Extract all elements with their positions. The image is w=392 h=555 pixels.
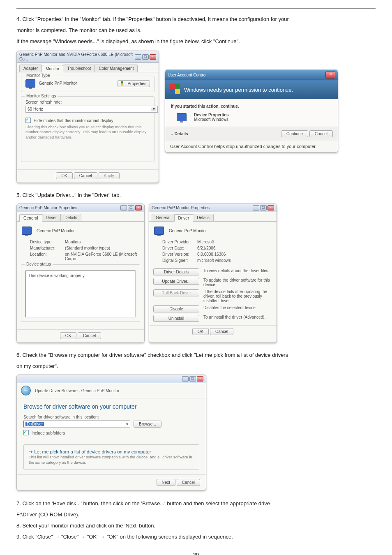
location-value: on NVIDIA GeForce 6600 LE (Microsoft Cor… <box>65 252 138 261</box>
minimize-button[interactable]: _ <box>182 376 189 382</box>
disable-desc: Disables the selected device. <box>203 305 272 310</box>
tab-details[interactable]: Details <box>193 214 214 221</box>
ok-button[interactable]: OK <box>56 172 72 179</box>
minimize-button[interactable]: _ <box>253 205 259 210</box>
minimize-button[interactable]: _ <box>135 54 141 60</box>
digital-signer-label: Digital Signer: <box>162 258 197 263</box>
tab-monitor[interactable]: Monitor <box>42 65 63 72</box>
window-title: Generic PnP Monitor Properties <box>152 206 210 210</box>
device-name: Generic PnP Monitor <box>37 229 75 233</box>
chevron-down-icon[interactable]: ⌄ <box>170 132 173 136</box>
manufacturer-value: (Standard monitor types) <box>65 246 138 250</box>
hide-modes-checkbox[interactable] <box>25 118 31 123</box>
step4-line1: 4. Click "Properties" in the "Monitor" t… <box>16 14 376 24</box>
driver-info: Driver Provider: Microsoft Driver Date: … <box>153 238 272 266</box>
step4-line3: If the message "Windows needs..." is dis… <box>16 37 376 46</box>
tab-details[interactable]: Details <box>60 214 81 221</box>
include-subfolders-checkbox[interactable] <box>23 430 29 435</box>
let-me-pick-title: Let me pick from a list of device driver… <box>34 449 151 454</box>
close-button[interactable]: × <box>267 205 274 210</box>
rollback-driver-button[interactable]: Roll Back Driver <box>153 289 199 296</box>
rollback-driver-desc: If the device fails after updating the d… <box>203 289 272 303</box>
window-title: Generic PnP Monitor and NVIDIA GeForce 6… <box>19 52 135 61</box>
update-driver-wizard: _ ▢ × ← Update Driver Software - Generic… <box>16 375 206 490</box>
step7-line2: F:\Driver (CD-ROM Drive). <box>16 510 376 520</box>
tab-general[interactable]: General <box>152 214 175 221</box>
driver-details-button[interactable]: Driver Details <box>153 268 199 275</box>
tab-troubleshoot[interactable]: Troubleshoot <box>63 65 95 72</box>
uac-footer-text: User Account Control helps stop unauthor… <box>165 141 338 152</box>
step5-text: 5. Click "Update Driver..." in the "Driv… <box>16 190 376 200</box>
tab-driver[interactable]: Driver <box>174 214 194 222</box>
let-me-pick-subtitle: This list will show installed driver sof… <box>29 455 194 465</box>
step7-line1: 7. Click on the 'Have disk...' button, t… <box>16 499 376 509</box>
chevron-down-icon[interactable]: ▾ <box>126 422 128 426</box>
uac-microsoft-windows: Microsoft Windows <box>194 117 229 122</box>
device-status-text: This device is working properly. <box>25 271 136 317</box>
monitor-icon <box>22 227 32 235</box>
driver-version-label: Driver Version: <box>162 252 197 257</box>
close-button[interactable]: × <box>150 54 156 60</box>
monitor-icon <box>25 79 35 88</box>
maximize-button[interactable]: ▢ <box>189 376 196 382</box>
search-location-value: D:\Driver <box>25 422 44 426</box>
minimize-button[interactable]: _ <box>120 205 127 210</box>
shield-icon <box>170 84 180 95</box>
uac-dialog: User Account Control ✕ Windows needs you… <box>165 69 338 153</box>
tab-driver[interactable]: Driver <box>42 214 61 221</box>
tab-strip: Adapter Monitor Troubleshoot Color Manag… <box>17 65 159 72</box>
properties-button[interactable]: Properties <box>118 80 150 87</box>
search-location-label: Search for driver software in this locat… <box>23 415 199 419</box>
ok-button[interactable]: OK <box>60 332 76 339</box>
step4-line2: monitor is completed. The monitor can be… <box>16 25 376 35</box>
continue-button[interactable]: Continue <box>281 130 308 137</box>
hide-modes-label: Hide modes that this monitor cannot disp… <box>34 118 113 123</box>
cancel-button[interactable]: Cancel <box>210 328 233 335</box>
properties-button-label: Properties <box>127 81 146 86</box>
cancel-button[interactable]: Cancel <box>78 332 101 339</box>
tab-adapter[interactable]: Adapter <box>19 65 42 72</box>
maximize-button[interactable]: ▢ <box>128 205 134 210</box>
driver-provider-label: Driver Provider: <box>162 240 197 244</box>
refresh-rate-dropdown[interactable]: 60 Hertz <box>25 106 158 113</box>
monitor-settings-group: Monitor Settings Screen refresh rate: 60… <box>21 96 154 162</box>
uninstall-button[interactable]: Uninstall <box>153 315 199 322</box>
properties-general-window: Generic PnP Monitor Properties _ ▢ × Gen… <box>16 204 145 343</box>
device-info: Device type: Monitors Manufacturer: (Sta… <box>21 238 140 264</box>
back-button[interactable]: ← <box>21 386 31 395</box>
update-driver-desc: To update the driver software for this d… <box>203 278 272 287</box>
uac-banner-text: Windows needs your permission to contion… <box>184 87 293 93</box>
properties-driver-window: Generic PnP Monitor Properties _ ▢ × Gen… <box>149 204 277 343</box>
close-button[interactable]: × <box>135 205 142 210</box>
wizard-breadcrumb: Update Driver Software - Generic PnP Mon… <box>35 388 119 393</box>
update-driver-button[interactable]: Update Driver... <box>153 278 199 285</box>
step8-text: 8. Select your monitor model and click o… <box>16 521 376 531</box>
disable-button[interactable]: Disable <box>153 305 199 312</box>
maximize-button[interactable]: ▢ <box>260 205 267 210</box>
tab-general[interactable]: General <box>19 214 42 222</box>
monitor-settings-legend: Monitor Settings <box>25 94 58 98</box>
step9-text: 9. Click "Close" → "Close" → "OK" → "OK"… <box>16 532 376 542</box>
uac-title: User Account Control <box>168 73 207 77</box>
uninstall-desc: To uninstall the driver (Advanced). <box>203 315 272 319</box>
ok-button[interactable]: OK <box>192 328 209 335</box>
next-button[interactable]: Next <box>157 479 176 486</box>
cancel-button[interactable]: Cancel <box>74 172 97 179</box>
apply-button[interactable]: Apply <box>99 172 120 179</box>
refresh-rate-label: Screen refresh rate: <box>25 100 150 104</box>
search-location-input[interactable]: D:\Driver ▾ <box>23 421 130 428</box>
monitor-properties-window: Generic PnP Monitor and NVIDIA GeForce 6… <box>16 51 159 183</box>
uac-cancel-button[interactable]: Cancel <box>309 130 333 137</box>
let-me-pick-option[interactable]: ➔ Let me pick from a list of device driv… <box>23 444 199 469</box>
tab-color-management[interactable]: Color Management <box>95 65 138 72</box>
manufacturer-label: Manufacturer: <box>30 246 65 250</box>
device-type-value: Monitors <box>65 240 138 244</box>
monitor-icon <box>154 227 164 235</box>
uac-details-label[interactable]: Details <box>175 132 188 136</box>
close-button[interactable]: × <box>197 376 203 382</box>
location-label: Location: <box>30 252 65 261</box>
close-icon[interactable]: ✕ <box>325 71 335 79</box>
maximize-button[interactable]: ▢ <box>142 54 149 60</box>
cancel-button[interactable]: Cancel <box>177 479 200 486</box>
browse-button[interactable]: Browse... <box>134 421 161 428</box>
